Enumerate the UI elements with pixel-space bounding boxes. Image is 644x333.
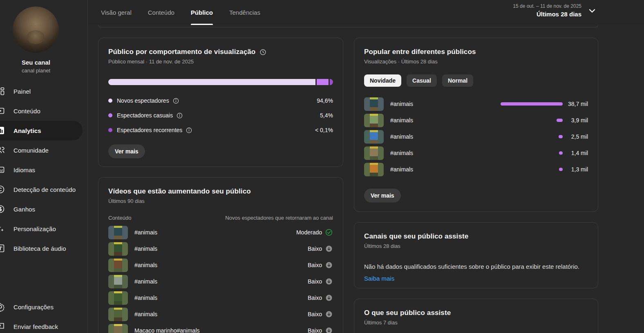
info-icon[interactable] (186, 127, 192, 134)
video-row[interactable]: Macaco marinho#animals Baixo (108, 322, 333, 333)
chip-novidade[interactable]: Novidade (364, 74, 401, 87)
date-range-picker[interactable]: 15 de out. – 11 de nov. de 2025 Últimos … (513, 3, 597, 18)
legend-value: < 0,1% (315, 127, 333, 133)
legend-label: Espectadores recorrentes (117, 127, 182, 133)
arrow-down-circle-icon (325, 310, 333, 318)
sidebar-item-label: Biblioteca de áudio (13, 245, 66, 252)
video-row[interactable]: #animais Moderado (108, 224, 333, 241)
channel-avatar[interactable] (13, 7, 59, 53)
sidebar-item-configuracoes[interactable]: Configurações (0, 297, 88, 317)
date-preset-text: Últimos 28 dias (513, 11, 581, 18)
video-thumbnail (364, 163, 384, 176)
video-title: #animals (390, 117, 413, 124)
scrolled-card-bottom-edge (98, 25, 598, 27)
views-value: 38,7 mil (567, 101, 588, 107)
card-subtitle: Últimos 28 dias (364, 243, 588, 249)
chip-normal[interactable]: Normal (442, 74, 473, 87)
video-thumbnail (364, 114, 384, 127)
sidebar-item-painel[interactable]: Painel (0, 81, 88, 101)
video-title: #animals (134, 295, 157, 301)
tab-visao-geral[interactable]: Visão geral (101, 0, 132, 25)
tab-tendencias[interactable]: Tendências (229, 0, 260, 25)
card-subtitle: Público mensal · 11 de nov. de 2025 (108, 59, 333, 65)
video-row[interactable]: #animals 1,3 mil (364, 161, 588, 178)
legend-label: Espectadores casuais (117, 112, 173, 119)
learn-more-link[interactable]: Saiba mais (364, 275, 394, 282)
video-row[interactable]: #animals Baixo (108, 306, 333, 322)
sidebar-item-personalizacao[interactable]: Personalização (0, 219, 88, 239)
rating-label: Moderado (296, 229, 322, 236)
legend-dot (108, 113, 112, 117)
arrow-down-circle-icon (325, 294, 333, 302)
audience-stacked-bar (108, 79, 333, 85)
rating-label: Baixo (308, 311, 322, 317)
community-icon (0, 145, 5, 155)
subtitles-icon (0, 165, 5, 175)
analytics-tabs: Visão geral Conteúdo Público Tendências (101, 0, 260, 25)
audience-type-chips: Novidade Casual Normal (364, 74, 588, 87)
audio-library-icon (0, 243, 5, 253)
views-bar (559, 168, 563, 171)
info-icon[interactable] (172, 97, 179, 104)
sidebar-item-conteudo[interactable]: Conteúdo (0, 101, 88, 121)
tab-publico[interactable]: Público (191, 0, 213, 25)
sidebar-item-analytics[interactable]: Analytics (0, 121, 83, 140)
video-thumbnail (364, 97, 384, 111)
arrow-down-circle-icon (325, 277, 333, 286)
video-thumbnail (108, 242, 128, 256)
legend-row: Novos espectadores 94,6% (108, 93, 333, 108)
feedback-icon (0, 322, 5, 331)
video-row[interactable]: #animals 1,4 mil (364, 145, 588, 161)
video-title: #animals (134, 278, 157, 285)
sparkles-icon (0, 224, 5, 234)
segment-returning-viewers (330, 79, 333, 85)
video-row[interactable]: #animals 2,5 mil (364, 128, 588, 145)
video-row[interactable]: #animals 3,9 mil (364, 112, 588, 128)
sidebar-item-biblioteca[interactable]: Biblioteca de áudio (0, 239, 88, 258)
audience-behavior-card: Público por comportamento de visualizaçã… (98, 38, 343, 167)
video-thumbnail (108, 308, 128, 321)
sidebar-item-feedback[interactable]: Enviar feedback (0, 317, 88, 333)
sidebar-item-label: Enviar feedback (13, 323, 58, 330)
video-row[interactable]: #animals Baixo (108, 257, 333, 273)
video-thumbnail (364, 146, 384, 160)
see-more-button[interactable]: Ver mais (108, 144, 145, 158)
info-icon[interactable] (176, 112, 183, 119)
sidebar-item-ganhos[interactable]: Ganhos (0, 199, 88, 219)
segment-new-viewers (108, 79, 315, 85)
sidebar-item-comunidade[interactable]: Comunidade (0, 140, 88, 160)
legend-value: 94,6% (317, 97, 333, 104)
main-content: Visão geral Conteúdo Público Tendências … (88, 0, 644, 333)
card-subtitle: Últimos 7 dias (364, 320, 588, 326)
video-row[interactable]: #animals Baixo (108, 290, 333, 306)
arrow-down-circle-icon (325, 245, 333, 253)
channel-name: Seu canal (0, 59, 72, 66)
views-value: 1,3 mil (567, 166, 588, 173)
popular-audiences-card: Popular entre diferentes públicos Visual… (354, 38, 598, 212)
views-bar (559, 135, 563, 138)
chip-casual[interactable]: Casual (407, 74, 437, 87)
video-row[interactable]: #animals Baixo (108, 241, 333, 257)
video-thumbnail (108, 275, 128, 288)
see-more-button[interactable]: Ver mais (364, 189, 401, 202)
rating-label: Baixo (308, 262, 322, 268)
sidebar-item-idiomas[interactable]: Idiomas (0, 160, 88, 180)
earnings-icon (0, 204, 5, 214)
card-subtitle: Últimos 90 dias (108, 198, 333, 204)
video-title: #animals (134, 262, 157, 268)
rating-label: Baixo (308, 295, 322, 301)
video-row[interactable]: #animals Baixo (108, 273, 333, 290)
sidebar-item-label: Analytics (13, 127, 41, 134)
analytics-header: Visão geral Conteúdo Público Tendências … (88, 0, 644, 25)
what-audience-watches-card: O que seu público assiste Últimos 7 dias (354, 299, 598, 333)
sidebar-item-deteccao[interactable]: Detecção de conteúdo (0, 180, 88, 199)
legend-label: Novos espectadores (117, 97, 169, 104)
video-title: Macaco marinho#animals (134, 327, 200, 333)
channels-watched-card: Canais que seu público assiste Últimos 2… (354, 222, 598, 288)
views-bar (559, 151, 563, 155)
tab-conteudo[interactable]: Conteúdo (148, 0, 174, 25)
sidebar-item-label: Comunidade (13, 147, 49, 154)
legend-dot (108, 99, 112, 103)
video-row[interactable]: #animais 38,7 mil (364, 96, 588, 112)
rating-label: Baixo (308, 327, 322, 333)
